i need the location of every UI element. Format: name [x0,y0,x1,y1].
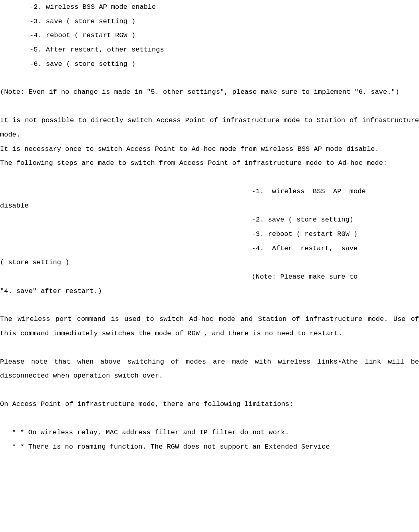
paragraph-6: On Access Point of infrastructure mode, … [0,397,419,411]
paragraph-5: Please note that when above switching of… [0,355,419,383]
mid-step-3: -3. reboot ( restart RGW ) [0,227,419,241]
step-6: -6. save ( store setting ) [30,57,419,71]
note-1: (Note: Even if no change is made in "5. … [0,85,419,99]
mid-step-2-text: -2. save ( store setting) [252,213,419,227]
mid-step-1-line1: -1. wireless BSS AP mode [0,184,419,199]
bullet-2: * * There is no roaming function. The RG… [12,440,419,454]
mid-step-1-right: -1. wireless BSS AP mode [252,184,419,199]
step-2: -2. wireless BSS AP mode enable [30,0,419,14]
paragraph-3: The following steps are made to switch f… [0,156,419,170]
paragraph-4: The wireless port command is used to swi… [0,312,419,340]
mid-step-1-left: disable [0,199,419,213]
paragraph-2: It is necessary once to switch Access Po… [0,142,419,156]
step-3: -3. save ( store setting ) [30,14,419,29]
mid-note-line1: (Note: Please make sure to [0,270,419,284]
step-4: -4. reboot ( restart RGW ) [30,28,419,43]
mid-step-3-text: -3. reboot ( restart RGW ) [252,227,419,241]
mid-note-left: "4. save" after restart.) [0,284,419,299]
mid-step-4-left: ( store setting ) [0,255,419,270]
mid-step-2: -2. save ( store setting) [0,213,419,227]
paragraph-1: It is not possible to directly switch Ac… [0,113,419,142]
mid-step-4-right: -4. After restart, save [252,241,419,256]
mid-note-right: (Note: Please make sure to [252,270,419,284]
bullet-1: * * On wireless relay, MAC address filte… [12,425,419,440]
mid-step-4-line1: -4. After restart, save [0,241,419,256]
step-5: -5. After restart, other settings [30,43,419,57]
